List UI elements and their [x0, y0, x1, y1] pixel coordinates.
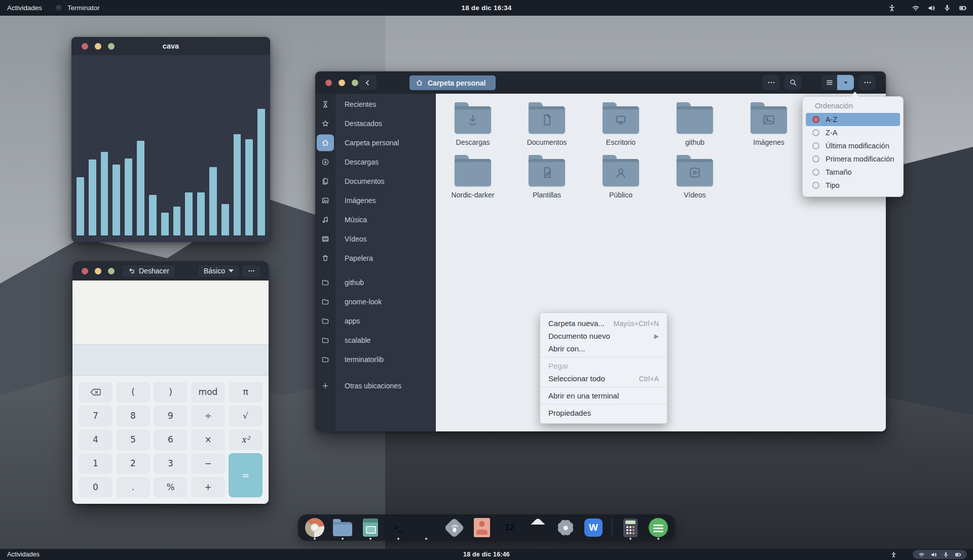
folder-item-nordic-darker[interactable]: Nordic-darker [436, 153, 510, 199]
window-more-button[interactable] [763, 75, 779, 90]
calendar-dock-icon[interactable]: 12 [500, 517, 520, 538]
sidebar-item-recientes[interactable]: Recientes [315, 95, 436, 114]
volume-icon[interactable] [930, 551, 937, 558]
maximize-button[interactable] [352, 79, 358, 86]
wifi-icon[interactable] [912, 4, 920, 12]
sidebar-item-destacados[interactable]: Destacados [315, 114, 436, 133]
gnome-dock-icon[interactable] [444, 517, 464, 538]
maximize-button[interactable] [108, 268, 115, 274]
four-key[interactable]: 4 [79, 429, 113, 450]
sidebar-item-papelera[interactable]: Papelera [315, 249, 436, 268]
spotify-dock-icon[interactable] [648, 517, 668, 538]
microphone-icon[interactable] [943, 551, 949, 558]
wps-dock-icon[interactable]: W [583, 517, 604, 538]
battery-icon[interactable] [955, 551, 961, 558]
list-view-button[interactable] [821, 75, 837, 90]
appmenu-terminator[interactable]: Terminator [55, 4, 100, 12]
sidebar-item-carpeta-personal[interactable]: Carpeta personal [315, 133, 436, 152]
sort-option-primera-modificación[interactable]: Primera modificación [806, 152, 900, 166]
sidebar-item-other-locations[interactable]: Otras ubicaciones [315, 376, 436, 395]
cava-titlebar[interactable]: cava [71, 37, 270, 55]
kora-dock-icon[interactable] [528, 517, 548, 538]
sidebar-item-música[interactable]: Música [315, 210, 436, 229]
terminal-dock-icon[interactable]: >_ [388, 517, 408, 538]
mode-selector[interactable]: Básico [197, 264, 240, 278]
clock[interactable]: 18 de dic 16:34 [461, 4, 511, 12]
minimize-button[interactable] [95, 268, 101, 274]
activities-button[interactable]: Actividades [7, 551, 40, 558]
pi-key[interactable]: π [229, 382, 263, 402]
subtract-key[interactable]: − [191, 453, 225, 473]
square-key[interactable]: x² [229, 429, 263, 450]
close-paren-key[interactable]: ) [154, 382, 188, 402]
context-menu-item-propiedades[interactable]: Propiedades [540, 407, 667, 419]
accessibility-icon[interactable] [888, 4, 896, 12]
sidebar-item-documentos[interactable]: Documentos [315, 172, 436, 191]
open-paren-key[interactable]: ( [116, 382, 150, 402]
sort-option-z-a[interactable]: Z-A [806, 126, 900, 139]
zero-key[interactable]: 0 [79, 477, 113, 497]
equals-key[interactable]: = [229, 453, 263, 497]
activities-button[interactable]: Actividades [7, 4, 42, 12]
calculator-titlebar[interactable]: Deshacer Básico [72, 261, 269, 281]
point-key[interactable]: . [116, 477, 150, 497]
sort-option-tipo[interactable]: Tipo [806, 179, 900, 192]
context-menu-item-seleccionar-todo[interactable]: Seleccionar todoCtrl+A [540, 372, 667, 385]
sidebar-item-vídeos[interactable]: Vídeos [315, 229, 436, 249]
folder-item-github[interactable]: github [658, 101, 732, 146]
folder-item-vídeos[interactable]: Vídeos [658, 153, 732, 199]
clock[interactable]: 18 de dic 16:46 [463, 551, 510, 558]
sort-option-tamaño[interactable]: Tamaño [806, 166, 900, 179]
notes-dock-icon[interactable] [360, 517, 381, 538]
folder-item-documentos[interactable]: Documentos [510, 101, 584, 146]
multiply-key[interactable]: × [191, 429, 225, 450]
sidebar-item-descargas[interactable]: Descargas [315, 152, 436, 172]
chrome-dock-icon[interactable] [305, 517, 325, 538]
percent-key[interactable]: % [154, 477, 188, 497]
back-button[interactable] [359, 75, 377, 90]
three-key[interactable]: 3 [154, 453, 188, 473]
wifi-icon[interactable] [918, 551, 925, 558]
folder-item-escritorio[interactable]: Escritorio [584, 101, 658, 146]
sqrt-key[interactable]: √ [229, 406, 263, 426]
two-key[interactable]: 2 [116, 453, 150, 473]
battery-icon[interactable] [959, 4, 967, 12]
context-menu-item-abrir-con-[interactable]: Abrir con... [540, 342, 667, 355]
minimize-button[interactable] [339, 79, 345, 86]
sort-option-última-modificación[interactable]: Última modificación [806, 139, 900, 152]
menu-button[interactable] [241, 264, 261, 278]
volume-icon[interactable] [927, 4, 935, 12]
sidebar-bookmark-scalable[interactable]: scalable [315, 331, 436, 350]
sidebar-bookmark-apps[interactable]: apps [315, 311, 436, 331]
photos-dock-icon[interactable] [472, 517, 492, 538]
sidebar-bookmark-github[interactable]: github [315, 273, 436, 292]
context-menu-item-pegar[interactable]: Pegar [540, 359, 667, 372]
view-options-button[interactable] [837, 75, 854, 90]
sidebar-item-imágenes[interactable]: Imágenes [315, 191, 436, 210]
context-menu-item-documento-nuevo[interactable]: Documento nuevo▶ [540, 330, 667, 342]
seven-key[interactable]: 7 [79, 406, 113, 426]
path-segment-home[interactable]: Carpeta personal [409, 75, 496, 90]
eight-key[interactable]: 8 [116, 406, 150, 426]
sidebar-bookmark-terminatorlib[interactable]: terminatorlib [315, 350, 436, 369]
six-key[interactable]: 6 [154, 429, 188, 450]
backspace-key[interactable] [79, 382, 113, 402]
calculator-dock-icon[interactable] [620, 517, 641, 538]
vscode-dock-icon[interactable] [416, 517, 436, 538]
five-key[interactable]: 5 [116, 429, 150, 450]
accessibility-icon[interactable] [890, 551, 897, 558]
context-menu-item-carpeta-nueva-[interactable]: Carpeta nueva...Mayús+Ctrl+N [540, 317, 667, 330]
sidebar-bookmark-gnome-look[interactable]: gnome-look [315, 292, 436, 311]
status-pill[interactable] [913, 550, 967, 559]
hamburger-menu-button[interactable] [859, 75, 876, 90]
sort-option-a-z[interactable]: A-Z [806, 113, 900, 126]
settings-dock-icon[interactable] [555, 517, 576, 538]
mod-key[interactable]: mod [191, 382, 225, 402]
folder-item-plantillas[interactable]: Plantillas [510, 153, 584, 199]
search-button[interactable] [784, 75, 801, 90]
files-dock-icon[interactable] [332, 517, 353, 538]
divide-key[interactable]: ÷ [191, 406, 225, 426]
folder-item-público[interactable]: Público [584, 153, 658, 199]
files-headerbar[interactable]: Carpeta personal [315, 71, 886, 94]
close-button[interactable] [82, 268, 88, 274]
